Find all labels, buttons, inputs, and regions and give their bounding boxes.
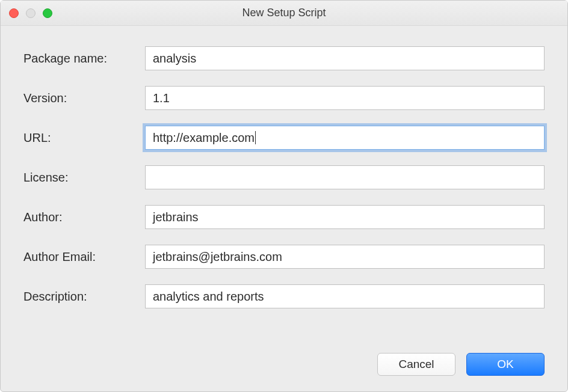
cancel-button-label: Cancel	[398, 358, 434, 371]
text-caret	[255, 131, 256, 144]
minimize-icon	[26, 8, 36, 18]
description-input[interactable]: analytics and reports	[145, 284, 545, 308]
package-name-label: Package name:	[23, 52, 138, 66]
author-email-value: jetbrains@jetbrains.com	[153, 245, 282, 268]
ok-button[interactable]: OK	[466, 353, 545, 376]
author-input[interactable]: jetbrains	[145, 205, 545, 229]
package-name-value: analysis	[153, 47, 196, 70]
cancel-button[interactable]: Cancel	[377, 353, 455, 376]
url-label: URL:	[23, 131, 138, 145]
titlebar: New Setup Script	[1, 1, 567, 26]
author-label: Author:	[23, 210, 138, 224]
form: Package name: analysis Version: 1.1 URL:…	[23, 46, 545, 308]
dialog-window: New Setup Script Package name: analysis …	[0, 0, 568, 392]
description-value: analytics and reports	[153, 285, 264, 308]
button-row: Cancel OK	[23, 341, 545, 378]
author-email-input[interactable]: jetbrains@jetbrains.com	[145, 245, 545, 269]
close-icon[interactable]	[9, 8, 19, 18]
url-input[interactable]: http://example.com	[145, 126, 545, 150]
version-value: 1.1	[153, 87, 170, 109]
window-title: New Setup Script	[1, 7, 567, 19]
zoom-icon[interactable]	[43, 8, 52, 18]
author-value: jetbrains	[153, 206, 199, 228]
version-label: Version:	[23, 91, 138, 105]
description-label: Description:	[23, 290, 138, 304]
url-value: http://example.com	[153, 126, 255, 149]
author-email-label: Author Email:	[23, 250, 138, 264]
version-input[interactable]: 1.1	[145, 86, 545, 110]
ok-button-label: OK	[497, 358, 513, 371]
package-name-input[interactable]: analysis	[145, 46, 545, 70]
license-input[interactable]	[145, 165, 545, 189]
license-label: License:	[23, 171, 138, 185]
dialog-content: Package name: analysis Version: 1.1 URL:…	[1, 26, 567, 391]
window-controls	[1, 8, 52, 18]
